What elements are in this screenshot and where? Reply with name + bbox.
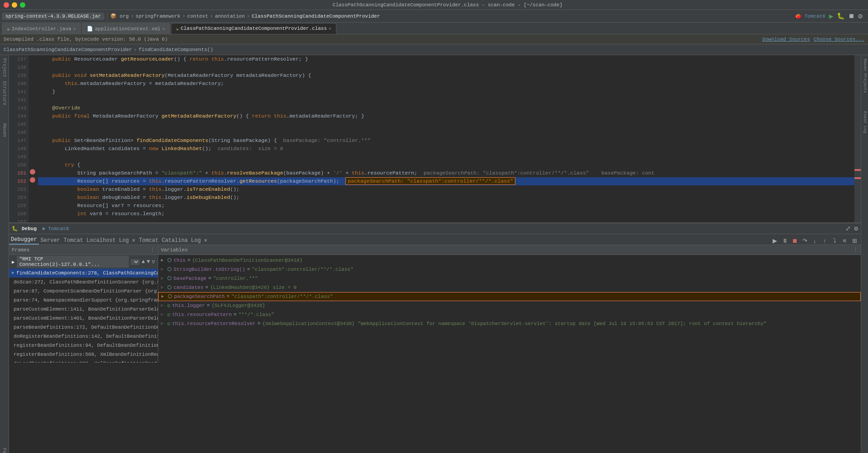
package-springframework[interactable]: springframework <box>136 14 180 19</box>
tomcat-log-tab[interactable]: Tomcat Localhost Log ✕ <box>62 236 137 245</box>
line-137: 137 <box>9 55 26 63</box>
resume-btn[interactable]: ▶ <box>770 236 779 245</box>
download-sources-link[interactable]: Download Sources <box>762 37 810 42</box>
var-icon: ⬡ <box>167 283 172 292</box>
far-left-sidebar: Project Structure Maven Favorites <box>0 55 9 453</box>
frame-doScan[interactable]: doScan:272, ClassPathBeanDefinitionScann… <box>9 278 158 287</box>
frame-findCandidateComponents[interactable]: ▶ findCandidateComponents:278, ClassPath… <box>9 269 158 278</box>
var-icon: ⬡ <box>167 274 172 283</box>
breadcrumb-method[interactable]: findCandidateComponents() <box>138 47 213 52</box>
step-out-btn[interactable]: ↑ <box>820 236 829 245</box>
code-line-156: int var8 = resources.length; <box>38 210 854 218</box>
frame-registerBeans508[interactable]: registerBeanDefinitions:508, XmlBeanDefi… <box>9 350 158 359</box>
tab-classpathscanning[interactable]: ☕ ClassPathScanningCandidateComponentPro… <box>171 23 336 34</box>
file-tabs: ☕ IndexController.java ✕ 📄 applicationCo… <box>0 23 868 34</box>
close-tab-icon[interactable]: ✕ <box>329 26 331 31</box>
package-context[interactable]: context <box>187 14 208 19</box>
minimize-button[interactable] <box>12 2 17 8</box>
event-log-label[interactable]: Event Log <box>863 111 867 133</box>
info-bar: Decompiled .class file, bytecode version… <box>0 34 868 44</box>
var-basepackage[interactable]: ▷ ⬡ basePackage = "controller.**" <box>158 274 861 283</box>
expand-icon: ▷ <box>161 274 165 283</box>
close-tab-icon[interactable]: ✕ <box>162 26 165 32</box>
var-packageSearchPath[interactable]: ▶ ⬡ packageSearchPath = "classpath*:cont… <box>158 292 861 301</box>
favorites-label[interactable]: Favorites <box>1 447 8 453</box>
debug-toolbar-buttons: ▶ ⏸ ⏹ ↷ ↓ ↑ ⤵ ≡ ⊞ <box>769 236 861 245</box>
tab-index-controller[interactable]: ☕ IndexController.java ✕ <box>2 23 81 34</box>
catalina-log-tab[interactable]: Tomcat Catalina Log ✕ <box>137 236 209 245</box>
pause-btn[interactable]: ⏸ <box>780 236 789 245</box>
stop-button[interactable]: ⏹ <box>848 13 854 20</box>
var-string-builder[interactable]: ▷ ⬡ StringBuilder.toString() = "classpat… <box>158 265 861 274</box>
frame-parse74[interactable]: parse:74, NamespaceHandlerSupport {org.s… <box>9 296 158 305</box>
breadcrumb-class[interactable]: ClassPathScanningCandidateComponentProvi… <box>4 47 132 52</box>
close-tab-icon[interactable]: ✕ <box>73 26 76 32</box>
frame-parseCustomElement1411[interactable]: parseCustomElement:1411, BeanDefinitionP… <box>9 305 158 314</box>
thread-controls: ▶ "RMI TCP Connection(2)-127.0.0.1"... ▲… <box>9 255 158 269</box>
server-tab[interactable]: Server <box>39 236 62 245</box>
debug-icon: 🐛 <box>12 226 18 231</box>
evaluate-btn[interactable]: ≡ <box>840 236 849 245</box>
thread-select[interactable] <box>131 259 140 265</box>
step-into-btn[interactable]: ↓ <box>810 236 819 245</box>
window-title: ClassPathScanningCandidateComponentProvi… <box>31 2 864 8</box>
maximize-button[interactable] <box>20 2 25 8</box>
variables-menu-icon[interactable]: ⋮ <box>853 247 858 253</box>
var-candidates[interactable]: ▷ ⬡ candidates = {LinkedHashSet@3426} si… <box>158 283 861 292</box>
debug-tabs-bar: 🐛 Debug ✱ Tomcat8 ⤢ ⚙ <box>9 223 861 234</box>
var-this[interactable]: ▶ ⬡ this = {ClassPathBeanDefinitionScann… <box>158 256 861 265</box>
maven-panel-label[interactable]: Maven Projects <box>863 59 867 93</box>
var-logger[interactable]: ▷ ◎ this.logger = {SLF4JLogger@3428} <box>158 301 861 310</box>
tomcat-debug-label: ✱ Tomcat8 <box>42 226 69 231</box>
var-resourcePattern[interactable]: ▷ ◎ this.resourcePattern = "**/*.class" <box>158 310 861 319</box>
class-name[interactable]: ClassPathScanningCandidateComponentProvi… <box>252 14 380 19</box>
run-to-cursor-btn[interactable]: ⤵ <box>830 236 839 245</box>
gear-icon[interactable]: ⚙ <box>854 225 858 232</box>
close-button[interactable] <box>4 2 9 8</box>
right-sidebar: Maven Projects Event Log <box>861 55 868 453</box>
jar-item[interactable]: spring-context-4.3.9.RELEASE.jar <box>2 13 104 20</box>
debugger-tab[interactable]: Debugger <box>9 236 39 245</box>
breadcrumb-bar: ClassPathScanningCandidateComponentProvi… <box>0 44 868 55</box>
frame-doRegister[interactable]: doRegisterBeanDefinitions:142, DefaultBe… <box>9 332 158 341</box>
package-annotation[interactable]: annotation <box>215 14 245 19</box>
line-148: 148 <box>9 145 26 153</box>
breakpoint-151[interactable] <box>30 169 35 175</box>
code-line-146 <box>38 128 854 137</box>
structure-label[interactable]: Structure <box>1 80 8 107</box>
expand-icon: ▶ <box>161 256 165 265</box>
step-over-btn[interactable]: ↷ <box>800 236 809 245</box>
package-org[interactable]: 📦 org <box>110 13 128 19</box>
run-button[interactable]: ▶ <box>829 12 834 21</box>
frame-doLoad[interactable]: doLoadBeanDefinitions:392, XmlBeanDefini… <box>9 359 158 363</box>
thread-filter[interactable]: ▽ <box>152 259 155 265</box>
debug-run-button[interactable]: 🐛 <box>837 12 844 20</box>
code-line-148: LinkedHashSet candidates = new LinkedHas… <box>38 145 854 153</box>
project-label[interactable]: Project <box>1 57 8 79</box>
maven-label[interactable]: Maven <box>1 122 8 138</box>
thread-nav-down[interactable]: ▼ <box>147 259 150 265</box>
frame-registerBeans94[interactable]: registerBeanDefinitions:94, DefaultBeanD… <box>9 341 158 350</box>
frame-label: registerBeanDefinitions:94, DefaultBeanD… <box>14 341 158 350</box>
frames-menu-icon[interactable]: ⋮ <box>150 247 155 253</box>
tomcat-indicator: 🍅 Tomcat8 <box>795 13 826 19</box>
frame-parse[interactable]: parse:87, ComponentScanBeanDefinitionPar… <box>9 287 158 296</box>
code-line-144: public final MetadataReaderFactory getMe… <box>38 112 854 120</box>
tab-application-context[interactable]: 📄 applicationContext.xml ✕ <box>82 23 170 34</box>
toolbar: spring-context-4.3.9.RELEASE.jar 📦 org ›… <box>0 10 868 23</box>
code-line-140: this.metadataReaderFactory = metadataRea… <box>38 80 854 88</box>
frame-parseCustomElement1401[interactable]: parseCustomElement:1401, BeanDefinitionP… <box>9 314 158 323</box>
frame-parseBeanDefinitions[interactable]: parseBeanDefinitions:172, DefaultBeanDef… <box>9 323 158 332</box>
stop-btn[interactable]: ⏹ <box>790 236 799 245</box>
expand-icon: ▷ <box>161 301 165 310</box>
line-152-bp: 152 <box>9 177 26 185</box>
thread-nav-up[interactable]: ▲ <box>142 259 145 265</box>
breakpoint-152[interactable] <box>30 177 35 183</box>
restore-button[interactable]: ⤢ <box>845 225 851 232</box>
var-resourcePatternResolver[interactable]: ▷ ◎ this.resourcePatternResolver = {XmlW… <box>158 319 861 328</box>
view-btn[interactable]: ⊞ <box>850 236 859 245</box>
choose-sources-link[interactable]: Choose Sources... <box>814 37 864 42</box>
expand-icon: ▷ <box>161 283 165 292</box>
settings-button[interactable]: ⚙ <box>858 12 863 21</box>
code-content[interactable]: public ResourceLoader getResourceLoader(… <box>36 55 854 222</box>
